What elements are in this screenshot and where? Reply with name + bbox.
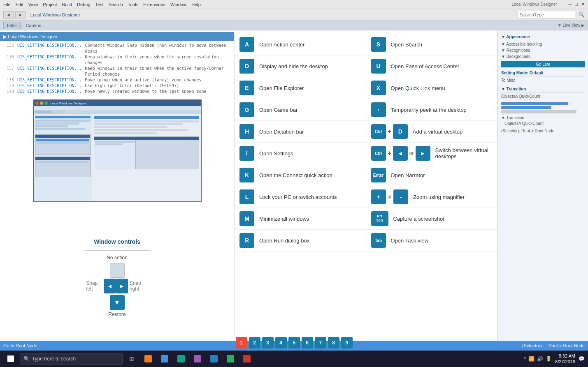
clock[interactable]: 8:32 AM 8/27/2019 (555, 353, 575, 365)
taskbar-edge[interactable] (157, 351, 172, 366)
prop-section-transition: ▼ Transition ObjectsA QuickCount (501, 86, 585, 99)
prop-section-settings: Setting Mode: Default To Misc (501, 70, 585, 83)
menu-view[interactable]: View (28, 2, 38, 7)
tab-caption[interactable]: Caption (22, 22, 44, 29)
tray-expand[interactable]: ^ (523, 356, 526, 362)
window-controls-section: Window controls No action Snap left ◄ (0, 234, 234, 341)
tray-sound[interactable]: 🔊 (537, 356, 543, 362)
menu-project[interactable]: Project (43, 2, 57, 7)
menu-edit[interactable]: Edit (16, 2, 23, 7)
prop-section-appearance: ▼ Appearance ▼ Accessible scrolling ▼ Re… (501, 34, 585, 67)
app1-icon (194, 355, 201, 362)
search-icon[interactable]: 🔍 (579, 12, 585, 18)
taskbar-app4[interactable] (239, 351, 254, 366)
shortcut-item-ctrl-arrows: Ctrl + ◄ or ► Switch between virtual des… (366, 143, 498, 164)
notification-button[interactable]: 💬 (579, 356, 585, 362)
taskbar-app3[interactable] (223, 351, 238, 366)
shortcut-item-prtscn: PrtScn Capture a screenshot (366, 208, 498, 230)
page-num-3[interactable]: 3 (262, 337, 274, 349)
code-line: 140 UIS_SETTING_DESCRIPTION... Move newl… (0, 89, 234, 95)
restore-btn[interactable]: ▼ (110, 295, 125, 310)
app-title-small: Local Windows Designer (511, 2, 557, 7)
taskbar-app1[interactable] (190, 351, 205, 366)
shortcut-item-x: X Open Quick Link menu (366, 77, 498, 99)
arrow-grid: Snap left ◄ ► Snap right ▼ Restore (86, 263, 148, 312)
key-combo-arrows: Ctrl + ◄ or ► (371, 146, 430, 161)
content-area: ▶ Local Windows Designer 135 UIS_SETTING… (0, 30, 588, 341)
maximize-btn[interactable]: □ (575, 2, 578, 7)
key-left-arrow: ◄ (393, 146, 408, 161)
go-live-button[interactable]: Go Live (501, 61, 585, 67)
shortcut-label-a: Open Action center (259, 42, 305, 48)
menu-help[interactable]: Help (191, 2, 201, 7)
taskbar-search-text: Type here to search (32, 356, 76, 362)
shortcut-label-u: Open Ease of Access Center (391, 63, 460, 69)
shortcut-item-k: K Open the Connect quick action (235, 164, 366, 186)
key-i: I (239, 146, 254, 161)
tab-filter[interactable]: Filter (3, 22, 21, 29)
shortcut-item-i: I Open Settings (235, 143, 366, 164)
highlight-bar-right: ▼ Live View ▶ (558, 23, 585, 28)
tray-network[interactable]: 📶 (528, 356, 535, 362)
menu-search[interactable]: Search (109, 2, 123, 7)
menu-debug[interactable]: Debug (77, 2, 90, 7)
key-k: K (239, 168, 254, 182)
menu-file[interactable]: File (3, 2, 11, 7)
key-s: S (371, 37, 386, 52)
task-view-button[interactable]: ⊞ (124, 351, 139, 366)
progress-bar-1 (501, 102, 568, 105)
key-plus: + (371, 189, 386, 204)
key-tab: Tab (371, 233, 386, 248)
page-num-8[interactable]: 8 (328, 337, 339, 349)
page-num-5[interactable]: 5 (288, 337, 300, 349)
shortcut-item-s: S Open Search (366, 34, 498, 55)
page-num-6[interactable]: 6 (302, 337, 313, 349)
prop-item: ▼ Backgrounds (501, 53, 585, 60)
prop-item-objects: ObjectsA QuickCount (501, 93, 585, 99)
shortcut-label-r: Open Run dialog box (259, 238, 309, 244)
prop-title-settings: Setting Mode: Default (501, 70, 585, 76)
close-btn[interactable]: ✕ (581, 2, 585, 7)
start-button[interactable] (3, 351, 18, 366)
edge-icon (161, 355, 168, 362)
snap-right-btn[interactable]: ► (116, 279, 128, 293)
page-num-9[interactable]: 9 (341, 337, 353, 349)
code-line: 135 UIS_SETTING_DESCRIPTION... Connects … (0, 43, 234, 54)
minimize-btn[interactable]: ─ (569, 2, 572, 7)
menu-extensions[interactable]: Extensions (143, 2, 165, 7)
shortcut-label-x: Open Quick Link menu (391, 85, 445, 91)
tray-battery[interactable]: 🔋 (546, 356, 552, 362)
taskbar-search[interactable]: 🔍 Type here to search (20, 353, 123, 365)
shortcut-label-tab: Open Task view (391, 238, 429, 244)
clock-date: 8/27/2019 (555, 359, 575, 365)
page-num-1[interactable]: 1 (236, 337, 247, 349)
toolbar-back[interactable]: ◄ (3, 11, 14, 18)
menu-tools[interactable]: Tools (128, 2, 139, 7)
key-combo-ctrl-d: Ctrl + D (371, 124, 408, 139)
code-line: 138 UIS_SETTING_DESCRIPTION... Move grou… (0, 77, 234, 83)
page-num-2[interactable]: 2 (249, 337, 260, 349)
taskbar-file-explorer[interactable] (141, 351, 156, 366)
menu-build[interactable]: Build (62, 2, 72, 7)
menu-window[interactable]: Window (170, 2, 186, 7)
app3-icon (227, 355, 234, 362)
key-prtscn: PrtScn (371, 211, 388, 226)
snap-left-btn[interactable]: ◄ (104, 279, 116, 293)
task-view-icon: ⊞ (129, 355, 134, 362)
page-num-7[interactable]: 7 (315, 337, 326, 349)
search-input[interactable] (518, 11, 575, 19)
prop-title-transition: ▼ Transition (501, 86, 585, 92)
restore-label: Restore (108, 312, 126, 317)
menu-test[interactable]: Test (95, 2, 104, 7)
shortcut-item-d: D Display and hide the desktop (235, 55, 366, 77)
shortcut-label-e: Open File Explorer (259, 85, 304, 91)
center-button[interactable] (110, 263, 125, 278)
taskbar-code[interactable] (174, 351, 188, 366)
page-num-4[interactable]: 4 (275, 337, 287, 349)
toolbar-forward[interactable]: ► (15, 11, 26, 18)
toolbar: ◄ ► Local Windows Designer 🔍 (0, 9, 588, 21)
key-dot: • (371, 102, 386, 117)
taskbar-app2[interactable] (207, 351, 221, 366)
preview-title: Local Windows Designer (51, 102, 87, 105)
taskbar-tray: ^ 📶 🔊 🔋 8:32 AM 8/27/2019 💬 (523, 353, 585, 365)
